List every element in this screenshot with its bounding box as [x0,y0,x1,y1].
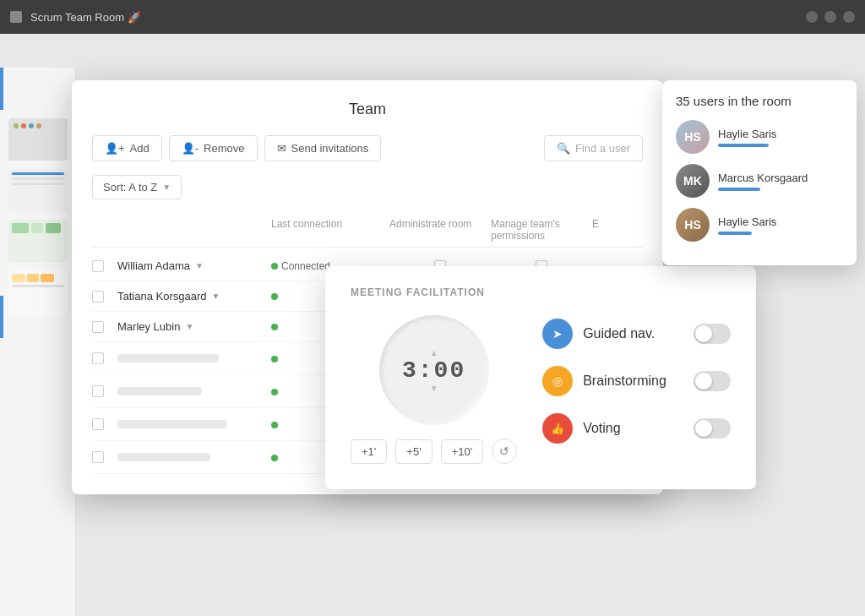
search-box[interactable]: 🔍 Find a user [544,135,643,161]
toggle-item-brainstorming: ◎ Brainstorming [542,366,731,396]
toggles-container: ➤ Guided nav. ◎ Brainstorming 👍 [542,319,731,461]
user-activity-bar [718,144,769,147]
brainstorming-toggle[interactable] [694,371,731,391]
chevron-icon: ▼ [185,322,193,331]
sidebar-accent-bottom [0,296,3,338]
remove-icon: 👤- [182,142,199,155]
sidebar-thumb-2 [8,169,68,211]
sort-button[interactable]: Sort: A to Z ▼ [92,175,182,199]
user-item: MK Marcus Korsgaard [676,164,843,198]
sidebar-thumb-1 [8,118,68,161]
user-display-name: Marcus Korsgaard [718,172,843,184]
toggle-item-voting: 👍 Voting [542,413,731,444]
row-checkbox[interactable] [92,418,104,430]
user-name: Marley Lubin ▼ [117,320,271,333]
plus1-button[interactable]: +1' [351,439,387,464]
meeting-panel-title: MEETING FACILITATION [351,286,731,298]
meeting-panel: MEETING FACILITATION ▲ 3:00 ▼ +1' +5' +1… [325,266,756,489]
placeholder [117,387,202,395]
voting-icon: 👍 [542,413,573,444]
user-info: Haylie Saris [718,128,843,147]
window-title: Scrum Team Room 🚀 [30,11,141,24]
chevron-icon: ▼ [212,292,220,301]
status-dot [271,263,278,270]
status-dot [271,422,278,428]
avatar: HS [676,208,710,242]
envelope-icon: ✉ [277,142,286,155]
status-dot [271,455,278,461]
status-dot [271,389,278,395]
add-icon: 👤+ [105,142,125,155]
user-activity-bar [718,188,760,191]
timer-container: ▲ 3:00 ▼ +1' +5' +10' ↺ [351,315,517,464]
plus10-button[interactable]: +10' [441,439,484,464]
toggle-item-guided-nav: ➤ Guided nav. [542,319,731,349]
title-bar: Scrum Team Room 🚀 [0,0,865,34]
remove-button[interactable]: 👤- Remove [169,135,258,161]
timer-circle: ▲ 3:00 ▼ [379,315,489,425]
brainstorming-icon: ◎ [542,366,573,396]
guided-nav-label: Guided nav. [583,326,683,341]
user-name: Tatiana Korsgaard ▼ [117,290,271,303]
placeholder [117,354,219,363]
user-name: William Adama ▼ [117,259,271,272]
chevron-icon: ▼ [195,261,204,270]
avatar: HS [676,120,710,154]
avatar: MK [676,164,710,198]
user-item: HS Haylie Saris [676,208,843,242]
users-count-title: 35 users in the room [676,94,843,108]
user-activity-bar [718,232,752,235]
timer-buttons: +1' +5' +10' ↺ [351,439,517,464]
row-checkbox[interactable] [92,321,104,333]
sidebar-thumb-4 [8,270,68,317]
send-invitations-button[interactable]: ✉ Send invitations [264,135,382,161]
guided-nav-icon: ➤ [542,319,573,349]
placeholder [117,420,227,428]
canvas-area: Team 👤+ Add 👤- Remove ✉ Send invitations… [0,34,865,616]
timer-display: 3:00 [402,357,465,384]
sidebar-accent-top [0,68,3,110]
row-checkbox[interactable] [92,385,104,397]
maximize-button[interactable] [824,11,836,23]
modal-title: Team [92,101,643,118]
minimize-button[interactable] [806,11,818,23]
plus5-button[interactable]: +5' [395,439,432,464]
table-header: Last connection Administrate room Manage… [92,213,643,248]
voting-label: Voting [583,421,683,436]
status-dot [271,324,278,330]
user-display-name: Haylie Saris [718,215,843,228]
close-button[interactable] [843,11,855,23]
user-item: HS Haylie Saris [676,120,843,154]
user-info: Haylie Saris [718,215,843,235]
guided-nav-toggle[interactable] [694,324,731,344]
user-display-name: Haylie Saris [718,128,843,140]
row-checkbox[interactable] [92,352,104,364]
status-dot [271,356,278,363]
search-icon: 🔍 [557,142,570,155]
left-sidebar [0,68,76,616]
user-info: Marcus Korsgaard [718,172,843,191]
reset-button[interactable]: ↺ [492,439,517,464]
timer-up-arrow[interactable]: ▲ [430,348,438,357]
chevron-down-icon: ▼ [162,183,171,192]
add-button[interactable]: 👤+ Add [92,135,162,161]
placeholder [117,453,210,461]
row-checkbox[interactable] [92,291,104,303]
row-checkbox[interactable] [92,260,104,272]
status-dot [271,293,278,300]
timer-down-arrow[interactable]: ▼ [430,384,438,393]
window-controls [806,11,855,23]
row-checkbox[interactable] [92,451,104,463]
brainstorming-label: Brainstorming [583,373,683,389]
users-panel: 35 users in the room HS Haylie Saris MK … [662,80,857,265]
voting-toggle[interactable] [694,418,731,439]
sidebar-thumb-3 [8,220,68,262]
modal-toolbar: 👤+ Add 👤- Remove ✉ Send invitations 🔍 Fi… [92,135,643,161]
meeting-content: ▲ 3:00 ▼ +1' +5' +10' ↺ ➤ Guided nav [351,315,731,464]
app-icon [10,11,22,23]
